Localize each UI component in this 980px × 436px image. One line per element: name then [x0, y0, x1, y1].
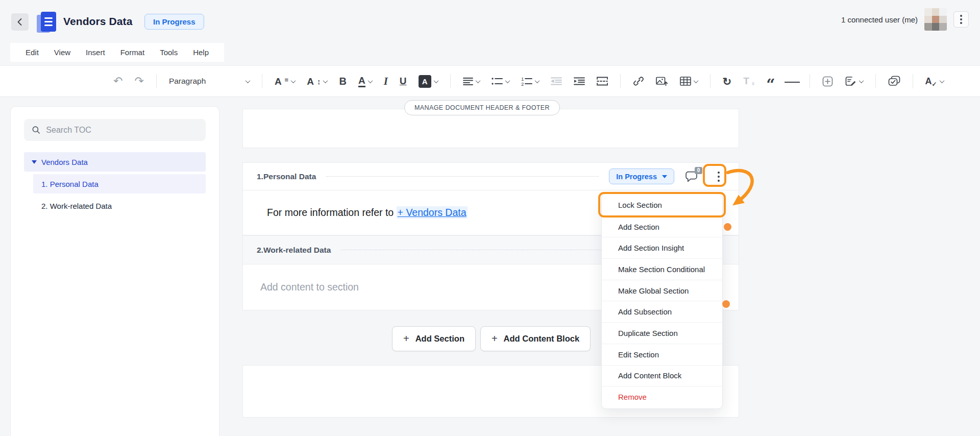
font-color-icon: A — [358, 76, 365, 87]
menu-view[interactable]: View — [54, 48, 70, 57]
menu-item-add-content-block[interactable]: Add Content Block — [602, 365, 722, 386]
section-1-comments-button[interactable]: 0 — [684, 169, 699, 184]
indent-button[interactable] — [574, 77, 585, 85]
toc-item-work-related-data[interactable]: 2. Work-related Data — [33, 196, 206, 215]
page-break-icon — [597, 77, 608, 86]
italic-icon: I — [384, 76, 388, 87]
font-size-icon: ↕ — [317, 78, 321, 85]
spellcheck-dropdown[interactable]: A✓ — [925, 77, 944, 86]
toolbar-divider — [810, 74, 810, 88]
connected-users-label: 1 connected user (me) — [841, 15, 918, 24]
section-1-kebab-menu-button[interactable] — [712, 169, 725, 184]
caret-down-icon — [662, 175, 667, 178]
undo-button[interactable]: ↶ — [113, 76, 122, 87]
paragraph-style-value: Paragraph — [169, 77, 206, 86]
search-icon — [32, 125, 40, 135]
toolbar-divider — [450, 74, 451, 88]
comment-indicator-dot — [722, 300, 730, 308]
add-section-button[interactable]: + Add Section — [392, 326, 476, 351]
line-height-icon: ≡ — [285, 77, 289, 83]
menu-item-edit-section[interactable]: Edit Section — [602, 344, 722, 365]
menu-item-lock-section[interactable]: Lock Section — [602, 195, 722, 216]
chevron-left-icon — [16, 18, 23, 26]
document-status-badge[interactable]: In Progress — [144, 14, 204, 30]
menu-item-make-global-section[interactable]: Make Global Section — [602, 280, 722, 301]
numbered-list-dropdown[interactable]: 12 — [521, 77, 539, 86]
redo-button[interactable]: ↷ — [134, 76, 143, 87]
comment-indicator-dot — [724, 223, 731, 231]
toc-item-personal-data[interactable]: 1. Personal Data — [33, 174, 206, 193]
toc-search[interactable] — [24, 119, 206, 141]
chevron-down-icon — [291, 78, 296, 83]
line-height-dropdown[interactable]: A≡ — [275, 77, 295, 86]
chevron-down-icon — [245, 78, 250, 83]
underline-button[interactable]: U — [400, 76, 407, 87]
add-content-block-button[interactable]: + Add Content Block — [480, 326, 591, 351]
toc-root-vendors-data[interactable]: Vendors Data — [24, 152, 206, 172]
align-dropdown[interactable] — [463, 77, 480, 85]
clear-formatting-icon: T — [743, 76, 749, 87]
insert-table-dropdown[interactable] — [680, 77, 698, 86]
link-button[interactable] — [633, 76, 644, 87]
document-icon — [37, 12, 57, 34]
font-color-dropdown[interactable]: A — [358, 76, 372, 87]
font-size-dropdown[interactable]: A↕ — [307, 77, 327, 86]
table-icon — [680, 77, 691, 86]
back-button[interactable] — [11, 13, 29, 31]
menu-format[interactable]: Format — [120, 48, 145, 57]
menubar: Edit View Insert Format Tools Help — [10, 43, 224, 62]
insert-image-button[interactable] — [656, 77, 668, 86]
find-replace-icon: ↻ — [723, 76, 732, 87]
insert-placeholder-button[interactable] — [822, 76, 833, 87]
comment-count-badge: 0 — [695, 167, 702, 174]
menu-tools[interactable]: Tools — [160, 48, 178, 57]
paragraph-style-dropdown[interactable]: Paragraph — [169, 77, 250, 86]
find-replace-button[interactable]: ↻ — [723, 76, 732, 87]
chevron-down-icon — [505, 78, 510, 83]
spellcheck-icon: A✓ — [925, 77, 932, 86]
menu-item-make-section-conditional[interactable]: Make Section Conditional — [602, 258, 722, 280]
section-1-status-dropdown[interactable]: In Progress — [609, 168, 674, 184]
menu-edit[interactable]: Edit — [26, 48, 39, 57]
approval-icon — [888, 76, 900, 87]
manage-header-footer-button[interactable]: MANAGE DOCUMENT HEADER & FOOTER — [404, 100, 560, 115]
page-break-button[interactable] — [597, 77, 608, 86]
toolbar-divider — [262, 74, 262, 88]
bold-button[interactable]: B — [339, 76, 346, 86]
chevron-down-icon — [475, 78, 480, 83]
menu-item-remove[interactable]: Remove — [602, 386, 722, 407]
plus-box-icon — [822, 76, 833, 87]
kebab-icon — [718, 172, 720, 174]
toolbar-divider — [875, 74, 876, 88]
header-kebab-menu-button[interactable] — [953, 11, 969, 28]
highlight-color-dropdown[interactable]: A — [419, 75, 438, 88]
redo-icon: ↷ — [134, 76, 143, 87]
menu-item-add-section[interactable]: Add Section — [602, 216, 722, 237]
menu-item-duplicate-section[interactable]: Duplicate Section — [602, 322, 722, 344]
image-icon — [656, 77, 668, 86]
menu-item-add-subsection[interactable]: Add Subsection — [602, 301, 722, 322]
section-1-header-row: 1.Personal Data In Progress 0 — [242, 162, 739, 190]
approval-button[interactable] — [888, 76, 900, 87]
outdent-button — [551, 77, 562, 85]
bulleted-list-dropdown[interactable] — [492, 77, 509, 85]
toc-search-input[interactable] — [46, 126, 198, 135]
horizontal-rule-button[interactable]: — — [787, 76, 797, 86]
vendors-data-link[interactable]: + Vendors Data — [397, 206, 468, 219]
horizontal-rule-icon: — — [785, 76, 800, 86]
menu-item-add-section-insight[interactable]: Add Section Insight — [602, 237, 722, 258]
app-screen: Vendors Data In Progress 1 connected use… — [0, 0, 980, 436]
chevron-down-icon — [368, 78, 373, 83]
compose-dropdown[interactable] — [845, 76, 863, 87]
toc-root-label: Vendors Data — [41, 158, 88, 166]
menu-insert[interactable]: Insert — [86, 48, 105, 57]
plus-icon: + — [403, 333, 409, 345]
menu-help[interactable]: Help — [193, 48, 209, 57]
chevron-down-icon — [939, 78, 944, 83]
highlight-icon: A — [419, 75, 431, 88]
toc-sidebar: Vendors Data 1. Personal Data 2. Work-re… — [10, 106, 219, 436]
document-icon-front-page — [41, 12, 56, 32]
avatar[interactable] — [924, 8, 947, 31]
toolbar-divider — [710, 74, 710, 88]
italic-button[interactable]: I — [384, 76, 388, 87]
